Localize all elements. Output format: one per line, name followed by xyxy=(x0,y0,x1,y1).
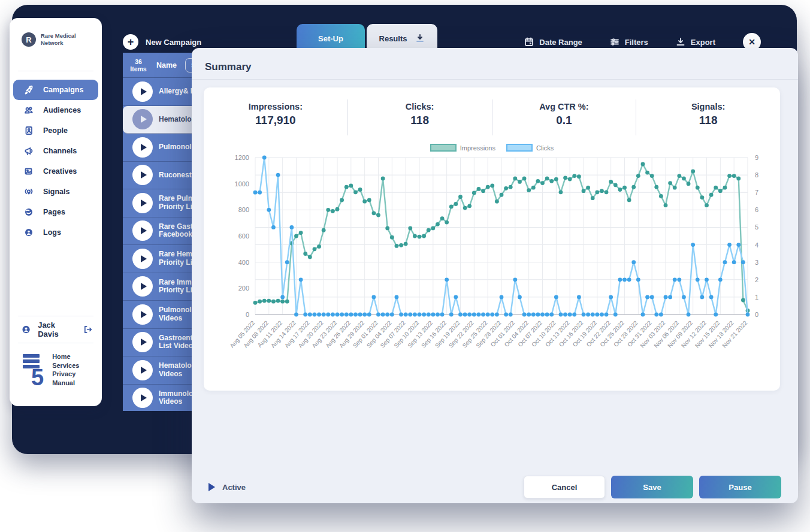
items-count-number: 36 xyxy=(123,58,154,65)
play-button[interactable] xyxy=(132,360,153,380)
play-button[interactable] xyxy=(132,249,153,269)
stat-impressions: Impressions:117,910 xyxy=(204,99,347,135)
sidebar-item-label: Channels xyxy=(43,147,77,155)
svg-text:2: 2 xyxy=(755,276,758,283)
user-name: Jack Davis xyxy=(38,321,76,338)
image-icon xyxy=(24,167,34,176)
sidebar-item-label: People xyxy=(43,126,68,135)
sidebar-item-campaigns[interactable]: Campaigns xyxy=(13,80,98,100)
play-icon xyxy=(141,144,147,151)
sidebar-item-creatives[interactable]: Creatives xyxy=(13,161,98,182)
play-button[interactable] xyxy=(132,276,153,297)
filters-label: Filters xyxy=(625,38,648,47)
sidebar-item-label: Campaigns xyxy=(43,86,83,94)
user-row: Jack Davis xyxy=(10,316,102,343)
play-icon xyxy=(141,171,147,179)
play-button[interactable] xyxy=(132,388,153,408)
stat-signals: Signals:118 xyxy=(636,99,780,135)
play-button[interactable] xyxy=(132,165,153,185)
items-count-word: Items xyxy=(123,65,154,72)
footer-link-manual[interactable]: Manual xyxy=(52,379,79,388)
legend-impressions-label: Impressions xyxy=(460,144,495,152)
filters-icon xyxy=(610,37,619,47)
rocket-icon xyxy=(24,85,34,95)
summary-modal: Summary Impressions:117,910Clicks:118Avg… xyxy=(192,48,798,503)
play-button[interactable] xyxy=(132,193,153,213)
play-button[interactable] xyxy=(132,109,153,129)
stat-label: Avg CTR %: xyxy=(492,102,636,111)
footer-link-privacy[interactable]: Privacy xyxy=(52,370,79,379)
sidebar-item-label: Creatives xyxy=(43,167,77,176)
play-button[interactable] xyxy=(132,332,153,352)
globe-icon xyxy=(24,207,34,217)
svg-text:1000: 1000 xyxy=(235,180,249,188)
sidebar-item-label: Pages xyxy=(43,208,65,216)
people-icon xyxy=(24,105,34,115)
save-button[interactable]: Save xyxy=(611,476,693,498)
svg-text:800: 800 xyxy=(238,206,249,213)
chart-legend: Impressions Clicks xyxy=(204,144,780,152)
sidebar-item-label: Audiences xyxy=(43,106,81,114)
new-campaign-label: New Campaign xyxy=(146,38,201,47)
footer-buttons: Cancel Save Pause xyxy=(524,476,781,498)
play-icon xyxy=(208,483,215,491)
clicks-swatch xyxy=(506,144,533,152)
status-active[interactable]: Active xyxy=(208,483,246,492)
play-icon xyxy=(141,116,147,123)
stat-clicks: Clicks:118 xyxy=(347,99,492,135)
svg-text:5: 5 xyxy=(755,223,758,231)
sidebar-item-people[interactable]: People xyxy=(13,120,98,141)
footer-link-services[interactable]: Services xyxy=(52,362,79,370)
sidebar-item-channels[interactable]: Channels xyxy=(13,141,98,161)
sidebar-item-signals[interactable]: Signals xyxy=(13,182,98,202)
plus-icon: + xyxy=(123,34,138,50)
play-icon xyxy=(141,227,147,234)
new-campaign-button[interactable]: + New Campaign xyxy=(123,29,201,55)
date-range-button[interactable]: Date Range xyxy=(524,37,582,47)
svg-text:3: 3 xyxy=(755,259,758,266)
five-logo-digit: 5 xyxy=(31,368,44,387)
svg-text:400: 400 xyxy=(238,259,249,266)
cancel-button[interactable]: Cancel xyxy=(524,476,605,498)
play-icon xyxy=(141,394,147,401)
svg-text:1: 1 xyxy=(755,294,758,301)
filters-button[interactable]: Filters xyxy=(610,37,648,47)
svg-text:0: 0 xyxy=(755,311,758,318)
play-button[interactable] xyxy=(132,220,153,241)
modal-title: Summary xyxy=(205,61,251,73)
sidebar-item-pages[interactable]: Pages xyxy=(13,202,98,222)
stat-avgctr: Avg CTR %:0.1 xyxy=(492,99,636,135)
sidebar-item-label: Signals xyxy=(43,188,69,196)
logout-icon[interactable] xyxy=(83,325,92,334)
modal-footer: Active Cancel Save Pause xyxy=(192,471,798,503)
sidebar-item-audiences[interactable]: Audiences xyxy=(13,100,98,120)
download-icon xyxy=(415,34,425,43)
megaphone-icon xyxy=(24,146,34,156)
export-button[interactable]: Export xyxy=(676,37,715,47)
svg-text:200: 200 xyxy=(238,285,249,292)
divider xyxy=(18,71,93,71)
play-icon xyxy=(141,311,147,318)
export-label: Export xyxy=(691,38,715,47)
user-icon xyxy=(22,325,31,334)
pause-button[interactable]: Pause xyxy=(699,476,781,498)
play-button[interactable] xyxy=(132,137,153,158)
sidebar-item-logs[interactable]: Logs xyxy=(13,222,98,243)
stat-value: 0.1 xyxy=(492,114,636,127)
legend-clicks-label: Clicks xyxy=(536,144,554,152)
footer-links: HomeServicesPrivacyManual xyxy=(52,353,79,387)
svg-text:0: 0 xyxy=(246,311,249,318)
tab-set-up-label: Set-Up xyxy=(318,34,343,43)
play-button[interactable] xyxy=(132,81,153,102)
svg-text:8: 8 xyxy=(755,171,758,179)
stat-value: 118 xyxy=(348,114,492,127)
sidebar-item-label: Logs xyxy=(43,228,61,237)
svg-text:9: 9 xyxy=(755,154,758,161)
play-icon xyxy=(141,338,147,346)
sidebar: R Rare Medical Network CampaignsAudience… xyxy=(10,18,102,406)
footer-logo: 5 HomeServicesPrivacyManual xyxy=(23,353,102,387)
play-icon xyxy=(141,200,147,207)
footer-link-home[interactable]: Home xyxy=(52,353,79,361)
play-button[interactable] xyxy=(132,304,153,325)
summary-chart: 0200400600800100012000123456789Aug 05 20… xyxy=(212,153,776,390)
